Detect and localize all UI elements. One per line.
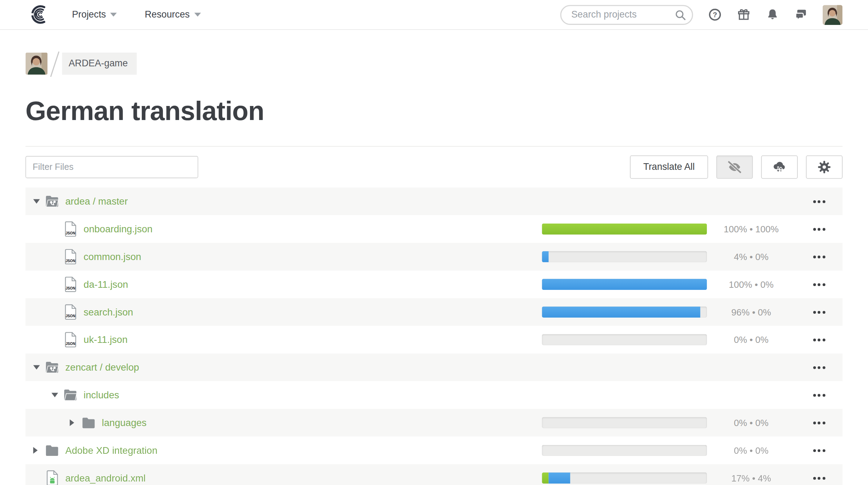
sync-button[interactable] [761,155,798,179]
icon-box [44,195,60,208]
table-row[interactable]: zencart / develop [26,353,843,381]
percent-label: 100% • 0% [707,279,795,290]
caret-expanded-icon[interactable] [33,365,40,370]
table-row[interactable]: JSON onboarding.json 100% • 100% [26,215,843,243]
hide-completed-button[interactable] [716,155,753,179]
ellipsis-menu-button[interactable] [812,390,826,400]
file-name-link[interactable]: onboarding.json [84,223,152,235]
user-avatar[interactable] [823,5,843,25]
json-file-icon: JSON [64,249,77,264]
ellipsis-menu-button[interactable] [812,280,826,289]
caret-collapsed-icon[interactable] [33,447,38,454]
row-menu-cell [795,390,842,400]
progress-bar [542,472,707,484]
ellipsis-menu-button[interactable] [812,307,826,317]
icon-box: JSON [63,304,78,320]
icon-box: JSON [63,221,78,237]
progress-cell [542,472,707,484]
app-root: Projects Resources ? [0,0,868,485]
row-menu-cell [795,335,842,345]
ellipsis-menu-button[interactable] [812,446,826,455]
breadcrumb-project-name[interactable]: ARDEA-game [62,53,137,75]
main-menu: Projects Resources [72,9,201,20]
top-navigation-bar: Projects Resources ? [0,0,868,30]
chat-icon[interactable] [794,7,808,22]
ellipsis-menu-button[interactable] [812,473,826,483]
svg-text:JSON: JSON [65,259,75,263]
table-row[interactable]: Adobe XD integration 0% • 0% [26,437,843,464]
row-menu-cell [795,280,842,289]
translated-progress-segment [542,251,548,263]
row-menu-cell [795,446,842,455]
table-row[interactable]: JSON uk-11.json 0% • 0% [26,326,843,354]
menu-projects-label: Projects [72,9,106,20]
search-icon[interactable] [674,8,686,21]
file-name-link[interactable]: da-11.json [84,279,128,290]
menu-resources-label: Resources [145,9,190,20]
bell-icon[interactable] [765,7,780,22]
table-row[interactable]: JSON common.json 4% • 0% [26,243,843,271]
icon-box [44,361,60,373]
caret-box [33,365,45,370]
progress-cell [542,417,707,428]
file-name-link[interactable]: common.json [84,251,141,263]
file-name-link[interactable]: zencart / develop [65,361,139,373]
progress-bar [542,334,707,345]
file-name-link[interactable]: search.json [84,306,133,318]
open-folder-icon [63,389,78,401]
progress-bar [542,251,707,263]
menu-resources[interactable]: Resources [145,9,201,20]
table-row[interactable]: ardea_android.xml 17% • 4% [26,464,843,485]
row-menu-cell [795,197,842,206]
percent-label: 0% • 0% [707,334,795,345]
closed-folder-icon [81,417,96,429]
eye-off-icon [728,160,742,174]
ellipsis-menu-button[interactable] [812,252,826,261]
settings-button[interactable] [806,155,842,179]
json-file-icon: JSON [64,332,77,347]
file-name-link[interactable]: uk-11.json [84,334,127,345]
table-row[interactable]: includes [26,381,843,409]
svg-text:JSON: JSON [65,231,75,235]
gift-icon[interactable] [736,7,751,22]
caret-expanded-icon[interactable] [52,393,58,397]
json-file-icon: JSON [64,304,77,320]
progress-cell [542,334,707,345]
percent-label: 0% • 0% [707,417,795,428]
page-title: German translation [26,96,843,126]
file-name-link[interactable]: ardea / master [65,195,128,207]
ellipsis-menu-button[interactable] [812,197,826,206]
translate-all-button[interactable]: Translate All [630,155,708,179]
table-row[interactable]: JSON search.json 96% • 0% [26,298,843,326]
project-search [560,5,693,25]
ellipsis-menu-button[interactable] [812,224,826,234]
ellipsis-menu-button[interactable] [812,363,826,372]
file-name-link[interactable]: includes [84,389,119,401]
search-input[interactable] [560,5,693,25]
menu-projects[interactable]: Projects [72,9,117,20]
svg-text:JSON: JSON [65,314,75,318]
table-row[interactable]: JSON da-11.json 100% • 0% [26,271,843,298]
ellipsis-menu-button[interactable] [812,418,826,427]
help-icon[interactable]: ? [708,7,722,22]
file-name-link[interactable]: Adobe XD integration [65,445,157,456]
filter-files-input[interactable] [26,156,198,178]
breadcrumb[interactable]: ARDEA-game [26,53,137,75]
title-divider [26,146,843,147]
crowdin-logo-icon[interactable] [29,4,49,25]
caret-collapsed-icon[interactable] [70,419,74,426]
caret-expanded-icon[interactable] [33,199,40,204]
file-name-link[interactable]: languages [102,417,146,428]
progress-cell [542,445,707,456]
branch-folder-icon [45,361,59,373]
closed-folder-icon [45,444,59,457]
progress-bar [542,306,707,318]
cloud-sync-icon [772,160,787,174]
table-row[interactable]: ardea / master [26,187,843,215]
ellipsis-menu-button[interactable] [812,335,826,345]
file-name-link[interactable]: ardea_android.xml [65,472,146,484]
icon-box [81,417,96,429]
translated-progress-segment [542,279,707,290]
row-menu-cell [795,363,842,372]
table-row[interactable]: languages 0% • 0% [26,409,843,437]
